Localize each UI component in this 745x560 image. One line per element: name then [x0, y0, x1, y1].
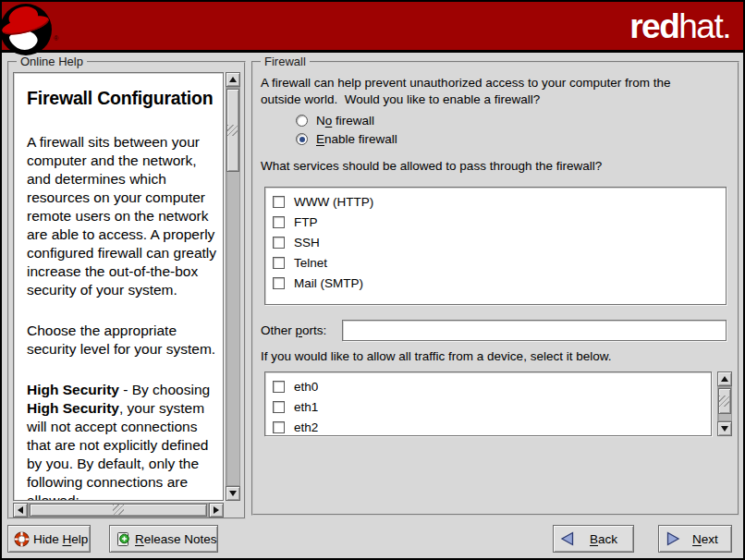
help-vertical-scrollbar[interactable] [226, 72, 240, 501]
service-label: WWW (HTTP) [294, 195, 373, 209]
checkbox-icon[interactable] [273, 381, 285, 393]
service-label: Telnet [294, 256, 327, 270]
scroll-up-button[interactable] [226, 72, 240, 87]
help-title: Firewall Configuration [27, 88, 217, 109]
hide-help-button[interactable]: Hide Help [7, 525, 91, 553]
arrow-right-icon [214, 506, 219, 514]
service-row-mail[interactable]: Mail (SMTP) [265, 273, 726, 293]
document-plus-icon [116, 531, 131, 547]
help-bold-term: High Security [27, 382, 119, 397]
help-horizontal-scrollbar[interactable] [13, 503, 224, 517]
scrollbar-track[interactable] [226, 87, 240, 486]
help-bold-term: High Security [27, 400, 119, 416]
next-label: Next [685, 532, 726, 546]
service-row-ssh[interactable]: SSH [265, 232, 726, 252]
firewall-intro-line1: A firewall can help prevent unauthorized… [261, 76, 670, 90]
scrollbar-thumb[interactable] [226, 89, 239, 172]
online-help-panel: Online Help Firewall Configuration A fir… [7, 61, 246, 519]
life-preserver-icon [14, 531, 30, 547]
firewall-panel: Firewall A firewall can help prevent una… [251, 61, 739, 516]
checkbox-icon[interactable] [273, 277, 285, 289]
next-button[interactable]: Next [658, 525, 732, 553]
radio-button-icon[interactable] [296, 115, 308, 127]
arrow-left-icon [559, 531, 576, 546]
service-row-www[interactable]: WWW (HTTP) [265, 191, 726, 212]
wordmark-hat: hat. [678, 7, 730, 45]
devices-hint: If you would like to allow all traffic f… [261, 349, 611, 363]
device-row-eth1[interactable]: eth1 [265, 396, 711, 417]
device-label: eth0 [294, 380, 318, 394]
service-label: Mail (SMTP) [294, 276, 363, 290]
firewall-intro-line2: outside world. Would you like to enable … [261, 92, 540, 106]
services-listbox[interactable]: WWW (HTTP) FTP SSH Telnet Mail (SMTP) [264, 187, 727, 305]
arrow-left-icon [18, 506, 23, 514]
devices-vertical-scrollbar[interactable] [717, 371, 732, 436]
help-paragraph: Choose the appropriate security level fo… [27, 322, 217, 359]
radio-no-firewall-label: No firewall [316, 114, 374, 128]
back-button[interactable]: Back [553, 525, 634, 553]
checkbox-icon[interactable] [273, 216, 285, 228]
grip-icon [227, 125, 238, 136]
scroll-down-button[interactable] [226, 486, 240, 501]
radio-no-firewall[interactable]: No firewall [296, 114, 374, 128]
device-label: eth2 [294, 420, 318, 434]
firewall-frame-label: Firewall [261, 55, 310, 68]
scroll-left-button[interactable] [13, 503, 28, 517]
device-row-eth0[interactable]: eth0 [265, 376, 711, 396]
hide-help-label: Hide Help [33, 532, 88, 546]
radio-button-icon[interactable] [296, 133, 308, 145]
radio-enable-firewall[interactable]: Enable firewall [296, 132, 397, 146]
redhat-shadowman-logo-icon [1, 3, 55, 56]
help-content-viewport: Firewall Configuration A firewall sits b… [13, 72, 224, 501]
other-ports-input[interactable] [342, 320, 727, 341]
scroll-up-button[interactable] [717, 371, 732, 386]
checkbox-icon[interactable] [273, 196, 285, 208]
release-notes-label: Release Notes [135, 532, 217, 546]
arrow-up-icon [721, 376, 728, 382]
back-label: Back [580, 532, 628, 546]
services-question: What services should be allowed to pass … [261, 159, 602, 173]
grip-icon [113, 505, 124, 516]
arrow-up-icon [229, 77, 237, 82]
redhat-wordmark: redhat. [629, 8, 730, 45]
scroll-right-button[interactable] [209, 503, 224, 517]
logo-trademark: ® [54, 35, 58, 42]
checkbox-icon[interactable] [273, 421, 285, 433]
grip-icon [719, 396, 730, 407]
scrollbar-track[interactable] [28, 503, 209, 517]
scrollbar-thumb[interactable] [30, 504, 207, 517]
device-label: eth1 [294, 400, 318, 414]
arrow-down-icon [229, 491, 237, 496]
scrollbar-thumb[interactable] [718, 388, 731, 414]
arrow-right-icon [665, 531, 681, 546]
scrollbar-track[interactable] [717, 386, 732, 421]
service-label: SSH [294, 236, 320, 250]
other-ports-label: Other ports: [261, 323, 326, 337]
devices-listbox[interactable]: eth0 eth1 eth2 [264, 371, 712, 436]
device-row-eth2[interactable]: eth2 [265, 417, 711, 436]
service-row-ftp[interactable]: FTP [265, 212, 726, 232]
release-notes-button[interactable]: Release Notes [109, 525, 218, 553]
installer-window: ® redhat. Online Help Firewall Configura… [0, 0, 745, 560]
checkbox-icon[interactable] [273, 257, 285, 269]
radio-enable-firewall-label: Enable firewall [316, 132, 397, 146]
scroll-down-button[interactable] [717, 421, 732, 436]
wordmark-red: red [629, 7, 678, 45]
arrow-down-icon [721, 426, 728, 432]
checkbox-icon[interactable] [273, 401, 285, 413]
checkbox-icon[interactable] [273, 237, 285, 249]
online-help-frame-label: Online Help [17, 55, 87, 68]
help-paragraph: High Security - By choosing High Securit… [27, 381, 217, 501]
service-row-telnet[interactable]: Telnet [265, 252, 726, 273]
service-label: FTP [294, 215, 318, 229]
help-paragraph: A firewall sits between your computer an… [27, 133, 217, 299]
